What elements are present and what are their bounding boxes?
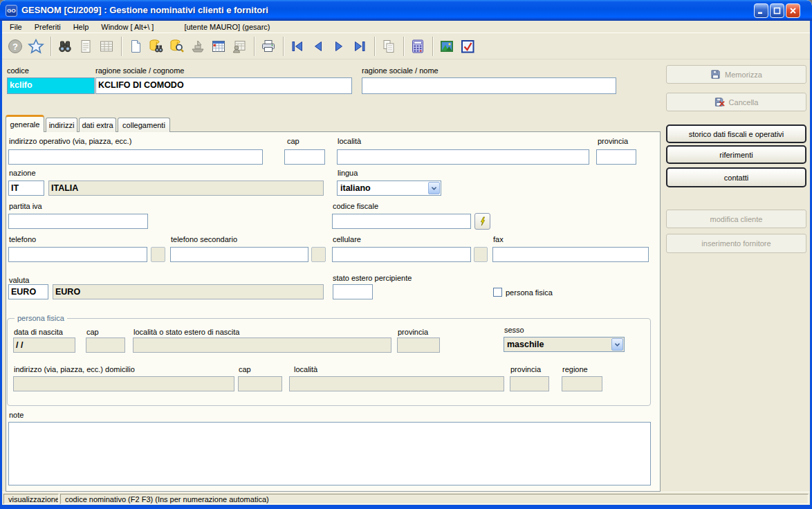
sesso-label: sesso — [504, 326, 524, 334]
regione-field — [562, 376, 602, 391]
previous-record-button[interactable] — [308, 37, 328, 56]
menu-preferiti[interactable]: Preferiti — [28, 22, 67, 32]
persona-fisica-checkbox[interactable] — [493, 288, 502, 297]
valuta-desc-field: EURO — [53, 284, 324, 299]
telefono-field[interactable] — [8, 247, 147, 262]
svg-text:?: ? — [12, 41, 18, 51]
menu-bar: File Preferiti Help Window [ Alt+\ ] [ut… — [2, 21, 810, 33]
tab-generale[interactable]: generale — [6, 115, 44, 132]
print-button[interactable] — [259, 37, 278, 56]
menu-file[interactable]: File — [3, 22, 28, 32]
menu-window[interactable]: Window [ Alt+\ ] — [95, 22, 160, 32]
cognome-field[interactable]: KCLIFO DI COMODO — [95, 77, 352, 94]
close-button[interactable] — [786, 3, 800, 18]
calendar-icon — [210, 38, 227, 55]
next-record-button[interactable] — [329, 37, 349, 56]
contatti-button[interactable]: contatti — [666, 167, 806, 187]
stato-estero-field[interactable] — [333, 284, 373, 299]
data-nascita-label: data di nascita — [14, 328, 63, 336]
nome-label: ragione sociale / nome — [362, 66, 439, 75]
user-calendar-button-disabled — [230, 37, 249, 56]
cap-nascita-label: cap — [86, 328, 99, 336]
indirizzo-operativo-label: indirizzo operativo (via, piazza, ecc.) — [9, 137, 131, 145]
cap-nascita-field — [86, 337, 125, 353]
localita-domicilio-field — [289, 376, 504, 391]
chevron-down-icon — [431, 186, 437, 191]
toolbar-separator — [432, 37, 434, 56]
lingua-select[interactable]: italiano — [337, 181, 441, 196]
persona-fisica-check-label: persona fisica — [506, 288, 553, 297]
note-textarea[interactable] — [8, 422, 651, 485]
database-lookup-button[interactable] — [167, 37, 187, 56]
calculator-button[interactable] — [408, 37, 427, 56]
indirizzo-operativo-field[interactable] — [8, 149, 263, 165]
list-grid-icon — [98, 38, 115, 55]
codice-label: codice — [7, 66, 29, 75]
calculator-icon — [409, 38, 426, 55]
toolbar-separator — [254, 37, 255, 56]
calcola-codice-fiscale-button[interactable] — [474, 213, 490, 230]
cancella-label: Cancella — [729, 98, 759, 107]
favorites-star-icon — [28, 38, 44, 55]
cap-domicilio-label: cap — [239, 365, 251, 373]
search-button[interactable] — [55, 37, 75, 56]
help-button[interactable]: ? — [6, 37, 25, 56]
new-record-button[interactable] — [126, 37, 145, 56]
tab-indirizzi[interactable]: indirizzi — [46, 118, 77, 132]
inserimento-fornitore-button: inserimento fornitore — [666, 234, 806, 253]
favorites-button[interactable] — [26, 37, 46, 56]
sesso-value: maschile — [507, 340, 544, 349]
fax-field[interactable] — [492, 247, 649, 262]
riferimenti-button[interactable]: riferimenti — [666, 145, 806, 164]
valuta-code-field[interactable]: EURO — [8, 284, 48, 299]
partita-iva-field[interactable] — [8, 214, 148, 229]
cellulare-action-button — [474, 247, 488, 262]
codice-fiscale-field[interactable] — [332, 214, 471, 229]
provincia-label: provincia — [598, 137, 628, 145]
image-button[interactable] — [437, 37, 456, 56]
provincia-domicilio-field — [510, 376, 549, 391]
nome-field[interactable] — [362, 77, 616, 94]
sesso-select[interactable]: maschile — [504, 337, 625, 352]
localita-field[interactable] — [337, 149, 589, 165]
tab-dati-extra[interactable]: dati extra — [79, 118, 116, 132]
confirm-check-icon — [459, 38, 476, 55]
telefono-secondario-field[interactable] — [170, 247, 308, 262]
persona-fisica-groupbox: persona fisica — [7, 318, 651, 406]
cellulare-field[interactable] — [332, 247, 471, 262]
window-border-bottom — [0, 505, 812, 509]
lingua-value: italiano — [340, 183, 371, 193]
nazione-desc-field: ITALIA — [48, 181, 324, 196]
window-title: GESNOM [CI/2009] : Gestione nominativi c… — [21, 5, 268, 15]
cap-field[interactable] — [284, 149, 325, 165]
last-record-button[interactable] — [350, 37, 369, 56]
sesso-dropdown-button[interactable] — [611, 338, 623, 351]
list-button-disabled — [97, 37, 116, 56]
application-window: GO GESNOM [CI/2009] : Gestione nominativ… — [0, 0, 812, 509]
provincia-nascita-label: provincia — [398, 328, 428, 336]
minimize-button[interactable] — [754, 3, 768, 18]
calendar-button[interactable] — [209, 37, 228, 56]
provincia-field[interactable] — [596, 149, 636, 165]
nazione-code-field[interactable]: IT — [8, 181, 44, 196]
localita-domicilio-label: località — [294, 365, 317, 373]
user-calendar-icon — [231, 38, 248, 55]
memorizza-button: Memorizza — [666, 65, 806, 84]
next-record-icon — [331, 38, 347, 55]
previous-record-icon — [310, 38, 326, 55]
lingua-dropdown-button[interactable] — [428, 182, 440, 194]
toolbar-separator — [121, 37, 122, 56]
document-button-disabled — [76, 37, 95, 56]
codice-field[interactable]: kclifo — [7, 77, 95, 94]
cancella-button: Cancella — [666, 93, 806, 111]
codice-fiscale-label: codice fiscale — [333, 202, 378, 210]
database-search-button[interactable] — [147, 37, 166, 56]
confirm-button[interactable] — [458, 37, 477, 56]
tab-collegamenti[interactable]: collegamenti — [118, 118, 170, 132]
maximize-button[interactable] — [770, 3, 784, 18]
first-record-button[interactable] — [288, 37, 307, 56]
storico-button[interactable]: storico dati fiscali e operativi — [666, 124, 806, 143]
persona-fisica-legend: persona fisica — [15, 314, 67, 322]
menu-help[interactable]: Help — [67, 22, 95, 32]
new-document-icon — [127, 38, 144, 55]
